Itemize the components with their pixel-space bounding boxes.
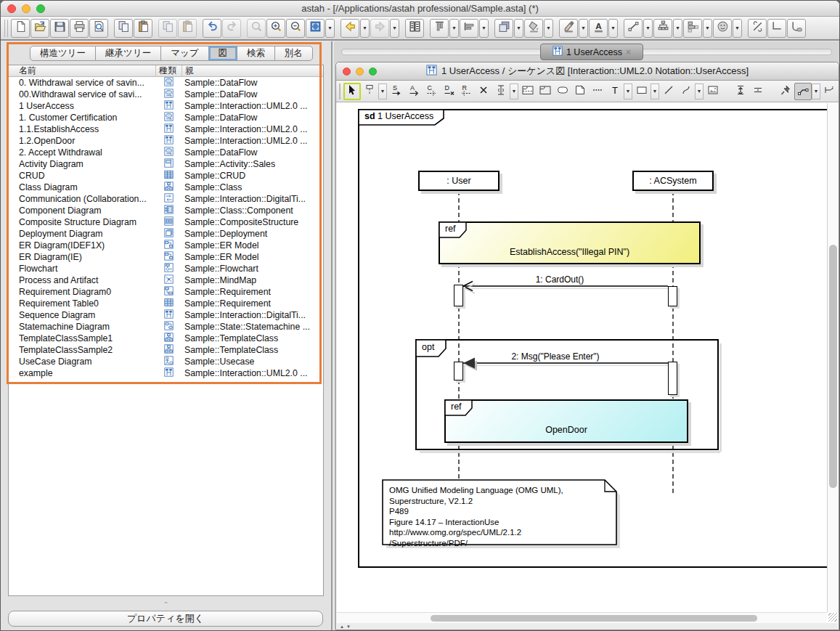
table-row[interactable]: 1.1.EstablishAccessSample::Interaction::… <box>9 123 323 135</box>
structure-view-button[interactable] <box>405 19 424 38</box>
duration-tool-dropdown[interactable]: ▼ <box>510 84 518 99</box>
horizontal-scrollbar[interactable] <box>337 612 827 623</box>
editor-zoom-button[interactable] <box>369 68 377 76</box>
create-message-button[interactable]: C <box>423 83 440 100</box>
curve-tool-button[interactable] <box>677 83 695 100</box>
editor-close-button[interactable] <box>343 68 351 76</box>
zoom-fit-dropdown[interactable]: ▼ <box>325 19 335 38</box>
stamp-tool-button[interactable] <box>777 83 794 100</box>
corner-line-button[interactable] <box>767 19 786 38</box>
table-row[interactable]: 1. Customer CertificationSample::DataFlo… <box>9 112 323 123</box>
activation-user-2[interactable] <box>454 362 463 380</box>
redo-button[interactable] <box>222 19 241 38</box>
note-tool-button[interactable] <box>571 83 589 100</box>
tree-align-dropdown[interactable]: ▼ <box>673 19 682 38</box>
connector-tool-button[interactable] <box>794 83 812 100</box>
editor-minimize-button[interactable] <box>356 68 364 76</box>
table-row[interactable]: FlowchartSample::Flowchart <box>9 263 323 274</box>
line-style-button[interactable] <box>624 19 643 38</box>
table-row[interactable]: TemplateClassSample1Sample::TemplateClas… <box>9 333 323 344</box>
select-arrow-button[interactable] <box>343 83 361 100</box>
lifeline-tool-dropdown[interactable]: ▼ <box>378 84 387 99</box>
interaction-use-opendoor[interactable]: OpenDoor <box>444 399 688 443</box>
editor-tab-useraccess[interactable]: 1 UserAccess × <box>540 44 643 60</box>
table-row[interactable]: Process and ArtifactSample::MindMap <box>9 274 323 286</box>
zoom-in-button[interactable] <box>266 19 285 38</box>
window-resize-grip[interactable] <box>828 613 837 622</box>
scroll-up-icon[interactable]: ▲ <box>340 624 344 629</box>
font-color-button[interactable]: A <box>589 19 608 38</box>
minimize-window-button[interactable] <box>22 4 30 13</box>
line-color-button[interactable] <box>559 19 578 38</box>
fill-color-button[interactable] <box>524 19 543 38</box>
v-distance-tool-button[interactable] <box>732 83 749 100</box>
table-row[interactable]: Composite Structure DiagramSample::Compo… <box>9 216 323 228</box>
duration-tool-button[interactable] <box>492 83 510 100</box>
save-button[interactable] <box>50 19 69 38</box>
tab-structure-tree[interactable]: 構造ツリー <box>30 46 96 61</box>
scroll-down-icon[interactable]: ▼ <box>346 624 351 629</box>
column-header-parent[interactable]: 親 <box>182 65 323 76</box>
zoom-fit-button[interactable] <box>306 19 325 38</box>
block-align-button[interactable] <box>683 19 702 38</box>
copy-model-button[interactable] <box>158 19 177 38</box>
table-row[interactable]: ER Diagram(IE)Sample::ER Model <box>9 251 323 263</box>
forward-button[interactable] <box>370 19 389 38</box>
print-preview-button[interactable] <box>89 19 108 38</box>
table-row[interactable]: Requirement Table0Sample::Requirement <box>9 298 323 309</box>
font-color-dropdown[interactable]: ▼ <box>608 19 618 38</box>
fill-color-dropdown[interactable]: ▼ <box>544 19 553 38</box>
close-window-button[interactable] <box>7 4 16 13</box>
table-row[interactable]: UseCase DiagramSample::Usecase <box>9 356 323 367</box>
destroy-message-button[interactable]: D <box>440 83 457 100</box>
tab-diagram[interactable]: 図 <box>209 46 238 61</box>
tab-alias[interactable]: 別名 <box>275 46 313 61</box>
print-button[interactable] <box>70 19 89 38</box>
corner-line-round-button[interactable] <box>787 19 806 38</box>
toolbar-grip[interactable] <box>339 84 341 99</box>
connector-tool-dropdown[interactable]: ▼ <box>812 84 820 99</box>
vertical-scrollbar-thumb[interactable] <box>829 245 837 488</box>
table-row[interactable]: TemplateClassSample2Sample::TemplateClas… <box>9 344 323 356</box>
table-row[interactable]: Activity DiagramSample::Activity::Sales <box>9 158 323 170</box>
emotion-button[interactable] <box>713 19 732 38</box>
table-row[interactable]: Component DiagramSample::Class::Componen… <box>9 205 323 216</box>
depth-arrange-button[interactable] <box>494 19 513 38</box>
table-row[interactable]: 1.2.OpenDoorSample::Interaction::UML2.0 … <box>9 135 323 147</box>
column-header-type[interactable]: 種類 <box>155 65 182 76</box>
curve-tool-dropdown[interactable]: ▼ <box>695 84 704 99</box>
stop-message-button[interactable] <box>475 83 492 100</box>
interaction-use-establishaccess[interactable]: EstablishAccess("Illegal PIN") <box>439 221 701 264</box>
async-message-button[interactable]: A <box>405 83 423 100</box>
text-tool-button[interactable]: T <box>606 83 624 100</box>
table-row[interactable]: 0. Withdrawal service of savin...Sample:… <box>9 77 323 89</box>
table-row[interactable]: Sequence DiagramSample::Interaction::Dig… <box>9 309 323 321</box>
align-horizontal-dropdown[interactable]: ▼ <box>479 19 489 38</box>
new-file-button[interactable] <box>11 19 30 38</box>
horizontal-scrollbar-thumb[interactable] <box>431 615 757 622</box>
lifeline-tool-button[interactable] <box>361 83 378 100</box>
forward-dropdown[interactable]: ▼ <box>390 19 399 38</box>
tab-search[interactable]: 検索 <box>237 46 275 61</box>
column-header-name[interactable]: 名前 <box>9 65 155 76</box>
tab-inheritance-tree[interactable]: 継承ツリー <box>96 46 161 61</box>
paste-model-button[interactable] <box>178 19 197 38</box>
edge-align-tool-button[interactable] <box>821 83 839 100</box>
table-row[interactable]: 2. Accept WithdrawalSample::DataFlow <box>9 147 323 158</box>
panel-splitter-handle[interactable]: ⌢ <box>8 599 324 608</box>
align-vertical-button[interactable] <box>430 19 449 38</box>
h-distance-tool-button[interactable] <box>749 83 767 100</box>
table-row[interactable]: 1 UserAccessSample::Interaction::UML2.0 … <box>9 100 323 112</box>
line-style-dropdown[interactable]: ▼ <box>643 19 653 38</box>
continuation-tool-button[interactable] <box>554 83 571 100</box>
table-row[interactable]: Deployment DiagramSample::Deployment <box>9 228 323 240</box>
undo-button[interactable] <box>203 19 221 38</box>
table-row[interactable]: Communication (Collaboration...Sample::I… <box>9 193 323 205</box>
line-color-dropdown[interactable]: ▼ <box>579 19 588 38</box>
diagram-canvas[interactable]: sd 1 UserAccess <box>337 103 830 615</box>
back-button[interactable] <box>341 19 359 38</box>
toolbar-grip[interactable] <box>4 20 8 37</box>
back-dropdown[interactable]: ▼ <box>360 19 370 38</box>
line-tool-button[interactable] <box>660 83 677 100</box>
anchor-tool-button[interactable] <box>589 83 606 100</box>
